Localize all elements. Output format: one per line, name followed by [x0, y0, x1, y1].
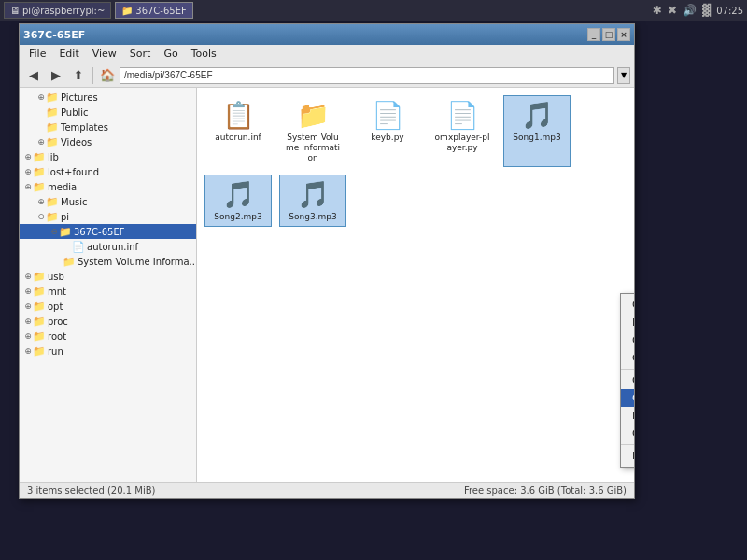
file-type-icon: 📄	[372, 100, 404, 131]
sidebar-item-usb[interactable]: ⊕ 📁 usb	[20, 269, 196, 284]
folder-icon: 📁	[46, 106, 59, 119]
sidebar-item-mnt[interactable]: ⊕ 📁 mnt	[20, 284, 196, 299]
sidebar-item-run[interactable]: ⊕ 📁 run	[20, 343, 196, 358]
sidebar-item-autorun[interactable]: 📄 autorun.inf	[20, 239, 196, 254]
nav-up-button[interactable]: ⬆	[68, 66, 89, 85]
file-item-omxplayer[interactable]: 📄 omxplayer-player.py	[429, 95, 496, 167]
main-content: ⊕ 📁 Pictures 📁 Public 📁 Templates ⊕ 📁 Vi…	[20, 88, 634, 482]
maximize-button[interactable]: □	[602, 28, 615, 41]
ctx-vlc[interactable]: Pemain media VLC	[621, 314, 634, 331]
file-label: omxplayer-player.py	[433, 133, 491, 153]
sidebar-item-lib[interactable]: ⊕ 📁 lib	[20, 149, 196, 164]
ctx-open-with[interactable]: Open With...	[621, 331, 634, 349]
sidebar-item-public[interactable]: 📁 Public	[20, 105, 196, 119]
expand-icon: ⊕	[36, 197, 46, 206]
file-item-autorun[interactable]: 📋 autorun.inf	[204, 95, 272, 167]
file-area[interactable]: 📋 autorun.inf 📁 System Volume Informatio…	[197, 88, 634, 482]
terminal-icon: 🖥	[10, 6, 20, 16]
folder-icon: 📁	[33, 181, 46, 193]
menu-bar: File Edit View Sort Go Tools	[20, 45, 634, 63]
sidebar-label: 367C-65EF	[74, 227, 124, 237]
context-menu: Open Pemain media VLC Open With... Compr…	[620, 293, 634, 468]
expand-icon: ⊕	[23, 272, 33, 281]
volume-icon: 🔊	[683, 4, 697, 17]
ctx-cut[interactable]: Cut	[621, 371, 634, 389]
file-item-song2[interactable]: 🎵 Song2.mp3	[204, 175, 272, 227]
sidebar-label: lib	[48, 152, 59, 162]
address-input[interactable]	[120, 67, 614, 84]
folder-icon: 📁	[46, 211, 59, 223]
toolbar-separator	[92, 67, 93, 84]
home-button[interactable]: 🏠	[97, 66, 118, 85]
taskbar-item-terminal[interactable]: 🖥 pi@raspberrypi:~	[4, 2, 111, 19]
sidebar-item-proc[interactable]: ⊕ 📁 proc	[20, 314, 196, 329]
file-type-icon: 🎵	[297, 179, 330, 210]
folder-icon: 📁	[121, 6, 133, 16]
sidebar-label: run	[48, 346, 63, 357]
file-icon: 📄	[72, 241, 85, 253]
address-dropdown[interactable]: ▼	[617, 67, 630, 84]
expand-icon: ⊖	[49, 227, 59, 236]
sidebar-label: Public	[61, 107, 89, 118]
sidebar-label: System Volume Informa...	[78, 257, 197, 267]
file-type-icon: 🎵	[521, 100, 554, 131]
title-bar: 367C-65EF _ □ ×	[20, 24, 634, 45]
nav-forward-button[interactable]: ▶	[46, 66, 66, 85]
sidebar-item-pictures[interactable]: ⊕ 📁 Pictures	[20, 90, 196, 105]
file-item-keyb[interactable]: 📄 keyb.py	[354, 95, 421, 167]
expand-icon: ⊕	[23, 316, 33, 326]
sidebar-label: lost+found	[48, 167, 99, 177]
menu-sort[interactable]: Sort	[124, 47, 157, 61]
taskbar: 🖥 pi@raspberrypi:~ 📁 367C-65EF ✱ ✖ 🔊 ▓ 0…	[0, 0, 747, 21]
ctx-open[interactable]: Open	[621, 296, 634, 314]
status-freespace: Free space: 3.6 GiB (Total: 3.6 GiB)	[464, 485, 627, 496]
window-title: 367C-65EF	[23, 29, 85, 41]
file-label: Song2.mp3	[214, 212, 261, 222]
sidebar-item-music[interactable]: ⊕ 📁 Music	[20, 194, 196, 209]
expand-icon: ⊕	[23, 152, 33, 161]
sidebar-item-pi[interactable]: ⊖ 📁 pi	[20, 209, 196, 224]
sidebar-item-lost[interactable]: ⊕ 📁 lost+found	[20, 164, 196, 179]
taskbar-item-fm[interactable]: 📁 367C-65EF	[115, 2, 192, 19]
toolbar: ◀ ▶ ⬆ 🏠 ▼	[20, 63, 634, 88]
folder-icon: 📁	[46, 91, 59, 104]
sidebar-item-sysvolume[interactable]: 📁 System Volume Informa...	[20, 254, 196, 269]
sidebar-label: pi	[61, 212, 69, 222]
close-button[interactable]: ×	[617, 28, 630, 41]
network-icon: ✖	[668, 4, 677, 17]
sidebar-label: usb	[48, 272, 64, 282]
sidebar-item-media[interactable]: ⊕ 📁 media	[20, 179, 196, 194]
nav-back-button[interactable]: ◀	[23, 66, 44, 85]
folder-icon: 📁	[46, 121, 59, 133]
ctx-move-trash[interactable]: Move to Trash	[621, 407, 634, 425]
taskbar-left: 🖥 pi@raspberrypi:~ 📁 367C-65EF	[4, 2, 193, 19]
ctx-properties[interactable]: Properties	[621, 447, 634, 465]
sidebar-item-opt[interactable]: ⊕ 📁 opt	[20, 299, 196, 314]
sidebar-item-videos[interactable]: ⊕ 📁 Videos	[20, 134, 196, 149]
folder-icon: 📁	[33, 271, 46, 283]
folder-icon: 📁	[33, 166, 46, 178]
sidebar-label: proc	[48, 316, 68, 327]
file-type-icon: 📄	[446, 100, 479, 131]
sidebar-item-templates[interactable]: 📁 Templates	[20, 119, 196, 134]
minimize-button[interactable]: _	[587, 28, 600, 41]
menu-go[interactable]: Go	[158, 47, 183, 61]
file-grid: 📋 autorun.inf 📁 System Volume Informatio…	[204, 95, 627, 227]
ctx-copy[interactable]: Copy	[621, 389, 634, 407]
ctx-compress[interactable]: Compress...	[621, 349, 634, 367]
menu-file[interactable]: File	[23, 47, 51, 61]
folder-icon: 📁	[33, 286, 46, 298]
file-item-song3[interactable]: 🎵 Song3.mp3	[279, 175, 346, 227]
expand-icon: ⊕	[23, 287, 33, 296]
menu-view[interactable]: View	[87, 47, 122, 61]
menu-edit[interactable]: Edit	[53, 47, 84, 61]
sidebar-label: Videos	[61, 137, 92, 147]
sidebar-item-367c[interactable]: ⊖ 📁 367C-65EF	[20, 224, 196, 239]
folder-icon: 📁	[33, 330, 46, 343]
sidebar-item-root[interactable]: ⊕ 📁 root	[20, 329, 196, 343]
ctx-copy-path[interactable]: Copy Path(s)	[621, 425, 634, 442]
file-item-sysvolume[interactable]: 📁 System Volume Information	[279, 95, 346, 167]
menu-tools[interactable]: Tools	[186, 47, 222, 61]
expand-icon: ⊕	[23, 167, 33, 176]
file-item-song1[interactable]: 🎵 Song1.mp3	[503, 95, 571, 167]
